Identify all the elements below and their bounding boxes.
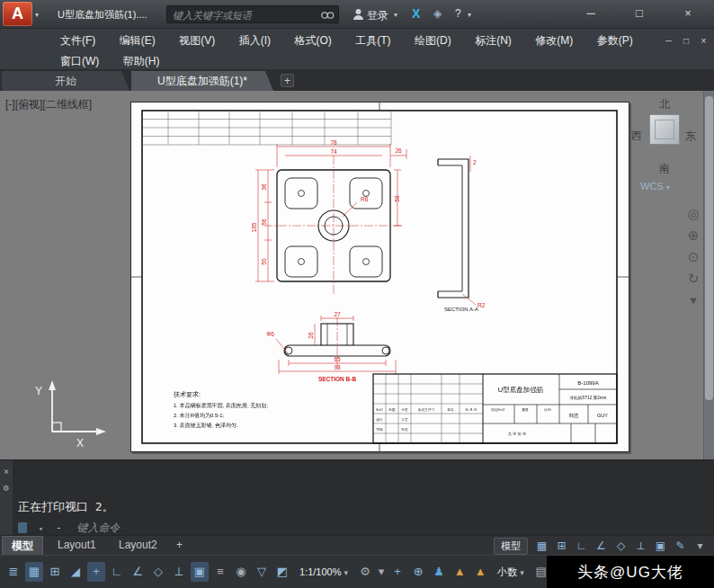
snap-icon[interactable]: ⊞ [553, 538, 570, 554]
app-logo-letter: A [12, 4, 23, 22]
tb-field: 比例 [544, 407, 551, 412]
search-icon[interactable] [320, 10, 335, 21]
lineweight-icon[interactable]: ≡ [211, 562, 229, 582]
nav-orbit-icon[interactable]: ↻ [688, 271, 700, 287]
viewcube-top-face[interactable] [655, 120, 674, 139]
ortho-icon[interactable]: ∟ [573, 538, 590, 554]
workspace-arrow-icon[interactable]: ▾ [377, 562, 386, 582]
annotation-pencil-icon[interactable]: ✎ [672, 538, 689, 554]
tb-row-label: 工艺 [401, 417, 408, 422]
ortho-mode-icon[interactable]: ∟ [108, 562, 126, 582]
menu-view[interactable]: 视图(V) [169, 31, 225, 51]
compass-west-label[interactable]: 西 [631, 129, 642, 144]
command-customize-icon[interactable]: ⚙ [0, 483, 13, 493]
isodraft-icon[interactable]: ◇ [149, 562, 167, 582]
command-close-icon[interactable]: × [0, 467, 13, 477]
menu-tools[interactable]: 工具(T) [345, 31, 400, 51]
annotation-scale-dropdown[interactable]: 1:1/100% ▾ [294, 564, 353, 580]
menu-window[interactable]: 窗口(W) [50, 51, 109, 72]
drawing-sheet[interactable]: 78 74 26 36 56 50 185 58 R6 2 R2 27 26 Φ… [130, 102, 629, 452]
status-more-icon[interactable]: ▾ [692, 538, 709, 554]
tech-line: 1. 本品钢板发黑牢固, 表面光滑, 无刻划; [174, 402, 268, 409]
add-scales-icon[interactable]: + [388, 562, 406, 582]
help-icon[interactable]: ? [455, 7, 461, 20]
login-button[interactable]: 登录 [367, 8, 388, 23]
help-arrow-icon[interactable]: ▾ [468, 11, 471, 19]
snap-mode-icon[interactable]: ⊞ [46, 562, 64, 582]
polar-tracking-icon[interactable]: ∠ [593, 538, 610, 554]
menu-edit[interactable]: 编辑(E) [110, 31, 165, 51]
login-arrow-icon[interactable]: ▾ [394, 11, 397, 19]
menu-dimension[interactable]: 标注(N) [465, 31, 522, 51]
ucs-x-label: X [76, 437, 84, 450]
annotation-monitor-icon[interactable]: ♟ [430, 562, 448, 582]
dynamic-ucs-icon[interactable]: ◩ [273, 562, 291, 582]
new-tab-button[interactable]: + [281, 74, 294, 87]
app-logo[interactable]: A [3, 2, 32, 26]
nav-more-icon[interactable]: ▾ [690, 292, 697, 308]
exchange-apps-icon[interactable]: X [412, 6, 420, 21]
current-scale-icon[interactable]: ▲ [471, 562, 489, 582]
customization-icon[interactable]: ≣ [4, 562, 22, 582]
grid-icon[interactable]: ▦ [533, 538, 550, 554]
units-value: 小数 [497, 566, 517, 577]
units-dropdown[interactable]: 小数 ▾ [492, 563, 530, 582]
tab-model[interactable]: 模型 [2, 536, 43, 555]
compass-north-label[interactable]: 北 [659, 97, 670, 112]
polar-tracking-icon[interactable]: ∠ [129, 562, 147, 582]
menu-format[interactable]: 格式(O) [284, 31, 341, 51]
close-button[interactable]: × [667, 1, 709, 26]
part-name: U型底盘加强筋 [498, 386, 544, 394]
menu-parametric[interactable]: 参数(P) [587, 31, 643, 51]
tab-start[interactable]: 开始 [2, 71, 129, 91]
workspace-switch-icon[interactable]: ⚙ [356, 562, 374, 582]
menu-file[interactable]: 文件(F) [50, 31, 105, 51]
command-dropdown-icon[interactable]: ▾ [39, 524, 43, 533]
drawing-canvas[interactable]: [-][俯视][二维线框] [0, 91, 714, 459]
selection-cycling-icon[interactable]: ▽ [253, 562, 271, 582]
model-space-toggle[interactable]: 模型 [494, 538, 528, 555]
scrollbar-thumb[interactable] [705, 96, 713, 400]
menu-modify[interactable]: 修改(M) [525, 31, 583, 51]
osnap-tracking-icon[interactable]: ⟂ [170, 562, 188, 582]
compass-east-label[interactable]: 东 [685, 129, 696, 144]
menu-draw[interactable]: 绘图(D) [405, 31, 461, 51]
viewport-controls[interactable]: [-][俯视][二维线框] [5, 97, 92, 112]
new-layout-button[interactable]: + [173, 539, 186, 552]
osnap-tracking-icon[interactable]: ⟂ [632, 538, 649, 554]
autoscale-icon[interactable]: ⊕ [409, 562, 427, 582]
isodraft-icon[interactable]: ◇ [612, 538, 629, 554]
menu-insert[interactable]: 插入(I) [229, 31, 281, 51]
doc-restore-button[interactable]: □ [680, 31, 693, 51]
object-snap-icon[interactable]: ▣ [191, 562, 209, 582]
compass-south-label[interactable]: 南 [659, 161, 670, 176]
nav-pan-icon[interactable]: ⊕ [688, 227, 700, 244]
search-input[interactable]: 键入关键字或短语 [166, 5, 339, 23]
minimize-button[interactable]: ─ [570, 1, 611, 26]
command-input[interactable]: ▾ - 键入命令 [18, 520, 120, 536]
doc-close-button[interactable]: × [697, 31, 710, 51]
nav-wheel-icon[interactable]: ◎ [687, 206, 699, 222]
osnap-icon[interactable]: ▣ [652, 538, 669, 554]
nav-zoom-icon[interactable]: ⊙ [688, 249, 700, 265]
user-icon[interactable] [353, 8, 364, 21]
infer-constraints-icon[interactable]: ◢ [67, 562, 85, 582]
tab-layout2[interactable]: Layout2 [110, 536, 166, 555]
viewcube[interactable] [649, 114, 680, 145]
app-menu-arrow-icon[interactable]: ▾ [35, 11, 39, 19]
annotation-visibility-icon[interactable]: ▲ [451, 562, 469, 582]
doc-minimize-button[interactable]: ─ [662, 31, 675, 51]
tab-document[interactable]: U型底盘加强筋(1)* [131, 71, 273, 91]
wcs-dropdown[interactable]: WCS ▾ [640, 181, 670, 192]
tab-layout1[interactable]: Layout1 [49, 536, 105, 555]
menu-help[interactable]: 帮助(H) [113, 51, 170, 72]
grid-display-icon[interactable]: ▦ [25, 562, 43, 582]
dim-label: 36 [261, 183, 267, 191]
dynamic-input-icon[interactable]: + [87, 562, 105, 582]
command-options-icon[interactable] [18, 522, 27, 533]
maximize-button[interactable]: □ [619, 1, 660, 26]
transparency-icon[interactable]: ◉ [232, 562, 250, 582]
vertical-scrollbar[interactable] [703, 91, 714, 459]
communication-center-icon[interactable]: ◈ [433, 7, 442, 20]
wcs-label: WCS [640, 181, 664, 192]
